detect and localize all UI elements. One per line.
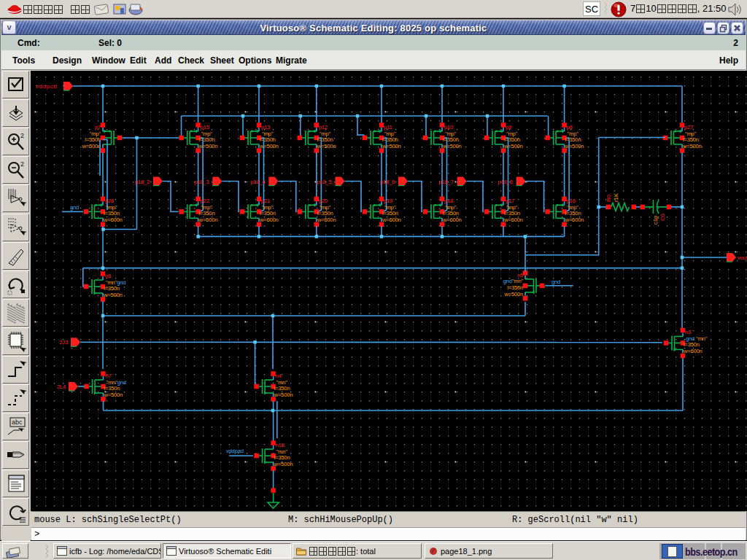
svg-text:w=600n: w=600n: [382, 217, 401, 223]
svg-text:c1p: c1p: [652, 215, 659, 225]
svg-text:l=350n: l=350n: [104, 210, 120, 217]
svg-text:l=350n: l=350n: [382, 210, 398, 217]
svg-text:2: 2: [20, 160, 24, 168]
svg-text:w=500n: w=500n: [198, 143, 218, 149]
svg-text:p18_5: p18_5: [317, 179, 331, 185]
svg-text:vddpcd: vddpcd: [36, 83, 57, 90]
svg-text:l=350n: l=350n: [199, 210, 215, 217]
svg-text:gnd: gnd: [551, 279, 560, 285]
svg-text:p18_4: p18_4: [250, 179, 265, 185]
svg-text:r1K: r1K: [613, 192, 619, 202]
svg-text:l=350n: l=350n: [683, 136, 699, 143]
svg-text:w=500n: w=500n: [382, 143, 401, 149]
svg-text:l=350n: l=350n: [260, 210, 276, 217]
svg-text:l=350n: l=350n: [565, 210, 581, 217]
svg-text:p18_3: p18_3: [194, 179, 209, 185]
svg-text:l=350n: l=350n: [274, 385, 290, 392]
svg-text:w=500n: w=500n: [274, 392, 293, 398]
svg-text:w=500n: w=500n: [682, 143, 702, 149]
svg-text:2L4: 2L4: [57, 384, 66, 390]
svg-text:C0: C0: [659, 213, 666, 221]
svg-text:p18_2: p18_2: [135, 179, 150, 185]
svg-text:w=600n: w=600n: [683, 348, 703, 354]
svg-text:l=350n: l=350n: [317, 210, 333, 217]
svg-text:w=600n: w=600n: [103, 217, 123, 223]
svg-text:2J3: 2J3: [59, 339, 68, 346]
svg-text:l=350n: l=350n: [504, 210, 520, 217]
svg-text:R0: R0: [605, 194, 612, 202]
svg-text:w=600n: w=600n: [565, 217, 584, 223]
svg-text:w=500n: w=500n: [81, 143, 101, 149]
svg-text:p18_7: p18_7: [439, 179, 454, 185]
svg-text:l=350n: l=350n: [85, 136, 101, 143]
svg-text:w=600n: w=600n: [259, 217, 279, 223]
svg-text:w=500n: w=500n: [103, 292, 123, 298]
svg-text:p18_8: p18_8: [498, 179, 512, 185]
svg-text:w=600n: w=600n: [442, 217, 462, 223]
svg-text:l=350n: l=350n: [104, 285, 120, 292]
svg-text:w=500n: w=500n: [317, 143, 336, 149]
svg-text:l=350n: l=350n: [104, 385, 120, 392]
svg-text:w=500n: w=500n: [104, 392, 123, 398]
svg-text:w=500n: w=500n: [259, 143, 279, 149]
svg-text:l=350n: l=350n: [684, 341, 700, 348]
svg-text:w=500n: w=500n: [442, 143, 462, 149]
svg-text:w=500n: w=500n: [503, 143, 523, 149]
svg-text:vout: vout: [738, 254, 747, 261]
svg-text:gnd: gnd: [70, 204, 79, 211]
svg-text:w=500n: w=500n: [503, 291, 523, 298]
svg-text:w=500n: w=500n: [565, 143, 584, 149]
svg-text:l=350n: l=350n: [507, 284, 523, 291]
svg-text:2: 2: [20, 132, 24, 139]
svg-text:w=600n: w=600n: [198, 217, 218, 223]
svg-text:w=500n: w=500n: [274, 461, 293, 467]
svg-text:w=600n: w=600n: [317, 217, 336, 223]
svg-text:vddpad: vddpad: [226, 448, 244, 454]
svg-text:l=350n: l=350n: [443, 210, 459, 217]
svg-text:abc: abc: [12, 419, 23, 426]
svg-text:w=600n: w=600n: [503, 217, 523, 223]
svg-text:p18_6: p18_6: [380, 179, 395, 185]
svg-text:l=350n: l=350n: [274, 454, 290, 461]
